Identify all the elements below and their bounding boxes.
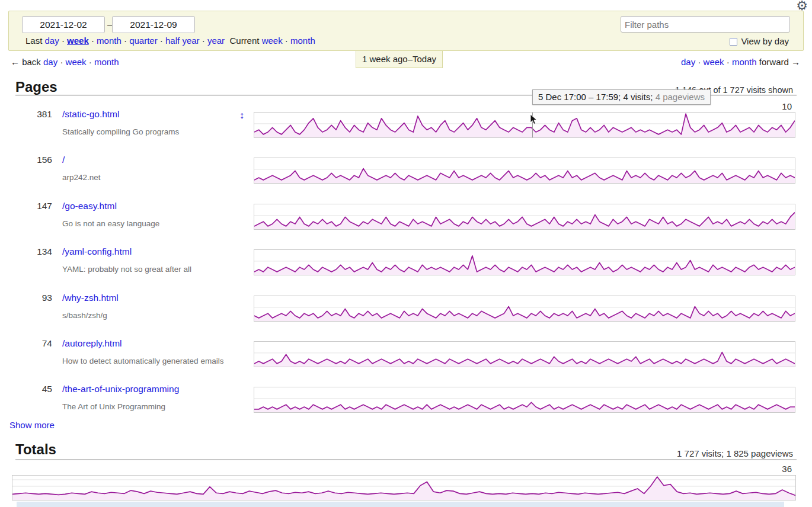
dot-separator: · <box>60 57 63 67</box>
dot-separator: · <box>698 57 701 67</box>
dot-separator: · <box>727 57 730 67</box>
page-title-text: The Art of Unix Programming <box>62 402 165 411</box>
page-visit-count: 134 <box>15 246 52 257</box>
page-visit-count: 93 <box>15 293 52 303</box>
period-current-month-link[interactable]: month <box>290 36 315 46</box>
dot-separator: · <box>89 57 92 67</box>
page-path-link[interactable]: /go-easy.html <box>62 201 117 211</box>
dot-separator: · <box>202 36 205 46</box>
totals-summary-text: 1 727 visits; 1 825 pageviews <box>677 448 793 458</box>
page-visit-count: 147 <box>15 201 52 211</box>
page-visit-count: 381 <box>15 109 52 120</box>
back-week-link[interactable]: week <box>66 57 87 67</box>
forward-label: forward → <box>759 57 800 67</box>
sparkline-chart[interactable] <box>254 204 795 230</box>
back-nav: ← back day · week · month <box>11 57 119 67</box>
sparkline-chart[interactable] <box>254 341 795 367</box>
back-day-link[interactable]: day <box>43 57 57 67</box>
page-path-link[interactable]: /static-go.html <box>62 109 119 120</box>
period-last-year-link[interactable]: year <box>207 36 225 46</box>
view-by-day-label: View by day <box>741 36 789 46</box>
page-title-text: arp242.net <box>62 173 101 182</box>
current-label: Current <box>229 36 259 46</box>
forward-nav: day · week · month forward → <box>681 57 800 67</box>
pages-chart-ymax-label: 10 <box>782 101 792 111</box>
page-visit-count: 156 <box>15 155 52 165</box>
page-title-text: Go is not an easy language <box>62 219 159 228</box>
page-path-link[interactable]: /the-art-of-unix-programming <box>62 384 179 394</box>
show-more-link[interactable]: Show more <box>9 420 55 430</box>
page-title-text: YAML: probably not so great after all <box>62 265 191 274</box>
chart-tooltip: 5 Dec 17:00 – 17:59; 4 visits; 4 pagevie… <box>532 89 711 105</box>
period-last-quarter-link[interactable]: quarter <box>129 36 158 46</box>
forward-week-link[interactable]: week <box>704 57 724 67</box>
page-visit-count: 74 <box>15 338 52 349</box>
back-month-link[interactable]: month <box>94 57 119 67</box>
sparkline-chart[interactable] <box>254 249 795 275</box>
period-selector: Last day · week · month · quarter · half… <box>25 36 315 46</box>
scale-toggle-icon[interactable]: ↕ <box>239 110 244 121</box>
dot-separator: · <box>160 36 163 46</box>
sparkline-chart[interactable] <box>254 387 795 413</box>
sparkline-chart[interactable] <box>254 158 795 184</box>
page-path-link[interactable]: /why-zsh.html <box>62 293 119 303</box>
back-label: ← back <box>11 57 41 67</box>
bottom-blue-strip <box>17 502 784 507</box>
top-control-panel: – Last day · week · month · quarter · ha… <box>8 11 804 51</box>
page-path-link[interactable]: / <box>62 155 65 165</box>
tooltip-pageviews-text: 4 pageviews <box>656 92 705 102</box>
page-title-text: Statically compiling Go programs <box>62 127 179 136</box>
page-path-link[interactable]: /autoreply.html <box>62 338 122 349</box>
dot-separator: · <box>285 36 288 46</box>
sparkline-chart[interactable] <box>254 296 795 322</box>
current-range-tab: 1 week ago–Today <box>356 51 443 68</box>
dot-separator: · <box>62 36 65 46</box>
period-last-month-link[interactable]: month <box>97 36 122 46</box>
sparkline-chart[interactable] <box>254 112 795 138</box>
page-visit-count: 45 <box>15 384 52 394</box>
period-last-halfyear-link[interactable]: half year <box>165 36 200 46</box>
dot-separator: · <box>91 36 94 46</box>
date-start-input[interactable] <box>22 16 105 33</box>
page-path-link[interactable]: /yaml-config.html <box>62 246 132 257</box>
forward-day-link[interactable]: day <box>681 57 695 67</box>
forward-month-link[interactable]: month <box>732 57 757 67</box>
period-current-week-link[interactable]: week <box>262 36 283 46</box>
page-title-text: How to detect automatically generated em… <box>62 357 223 365</box>
view-by-day-checkbox[interactable] <box>730 38 737 46</box>
dot-separator: · <box>124 36 127 46</box>
totals-chart[interactable] <box>12 475 796 500</box>
period-last-day-link[interactable]: day <box>45 36 59 46</box>
last-label: Last <box>25 36 42 46</box>
period-last-week-link[interactable]: week <box>67 36 89 46</box>
filter-paths-input[interactable] <box>621 16 790 33</box>
page-title-text: s/bash/zsh/g <box>62 311 107 320</box>
tooltip-text: 5 Dec 17:00 – 17:59; 4 visits; <box>538 92 656 102</box>
date-end-input[interactable] <box>112 16 195 33</box>
totals-chart-ymax-label: 36 <box>782 464 792 474</box>
view-by-day-control: View by day <box>730 36 789 46</box>
mouse-cursor <box>530 114 538 127</box>
